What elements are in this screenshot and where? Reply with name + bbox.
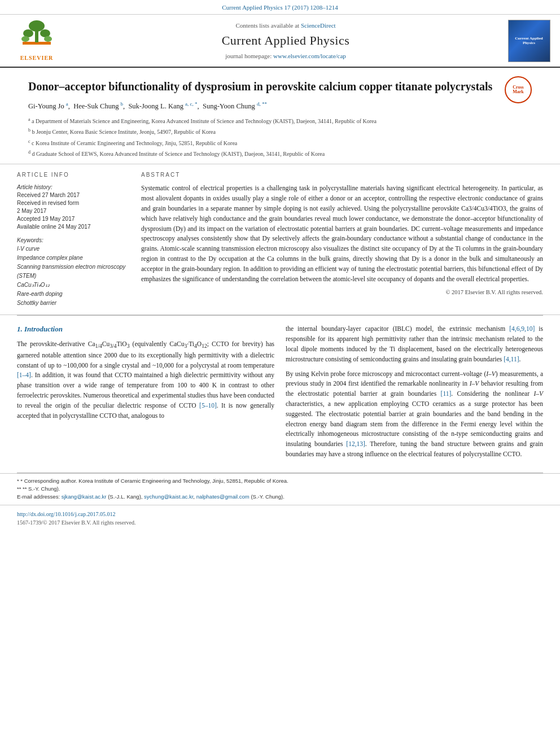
issn-line: 1567-1739/© 2017 Elsevier B.V. All right…: [17, 519, 543, 527]
affiliation-c: c c Korea Institute of Ceramic Engineeri…: [28, 138, 499, 147]
footnote-star1: * * Corresponding author. Korea Institut…: [17, 477, 543, 485]
elsevier-logo-area: ELSEVIER: [6, 19, 68, 62]
elsevier-label: ELSEVIER: [20, 54, 54, 62]
history-label: Article history:: [17, 184, 130, 191]
online-date: Available online 24 May 2017: [17, 223, 130, 231]
crossmark-icon: CrossMark: [505, 76, 532, 103]
svg-point-5: [21, 36, 29, 42]
doi-link[interactable]: http://dx.doi.org/10.1016/j.cap.2017.05.…: [17, 511, 116, 517]
keyword-3: Scanning transmission electron microscop…: [17, 263, 130, 281]
authors-line: Gi-Young Jo a, Hee-Suk Chung b, Suk-Joon…: [28, 101, 499, 112]
affiliation-b: b b Jeonju Center, Korea Basic Science I…: [28, 127, 499, 136]
keywords-label: Keywords:: [17, 237, 130, 244]
footnote-section: * * Corresponding author. Korea Institut…: [0, 473, 560, 505]
keyword-6: Schottky barrier: [17, 299, 130, 308]
email-link-3[interactable]: nalphates@gmail.com: [196, 493, 250, 500]
article-info-abstract-section: ARTICLE INFO Article history: Received 2…: [0, 164, 560, 315]
svg-point-2: [29, 20, 45, 32]
affiliation-a: a a Department of Materials Science and …: [28, 116, 499, 125]
journal-cover-image: Current Applied Physics: [508, 20, 550, 62]
footnote-emails: E-mail addresses: sjkang@kaist.ac.kr (S.…: [17, 493, 543, 501]
keyword-1: I-V curve: [17, 244, 130, 254]
article-main-title: Donor–acceptor bifunctionality of dyspro…: [28, 79, 499, 94]
intro-paragraph-2: the internal boundary-layer capacitor (I…: [286, 324, 543, 364]
journal-citation-bar: Current Applied Physics 17 (2017) 1208–1…: [0, 0, 560, 15]
journal-header: ELSEVIER Contents lists available at Sci…: [0, 15, 560, 68]
elsevier-tree-icon: [17, 19, 56, 53]
intro-paragraph-3: By using Kelvin probe force microscopy a…: [286, 369, 543, 460]
article-title-section: Donor–acceptor bifunctionality of dyspro…: [0, 68, 560, 164]
email-link-2[interactable]: sychung@kaist.ac.kr: [144, 493, 193, 500]
keyword-5: Rare-earth doping: [17, 290, 130, 299]
revised-label: Received in revised form: [17, 199, 130, 207]
journal-name: Current Applied Physics: [68, 32, 504, 50]
journal-citation: Current Applied Physics 17 (2017) 1208–1…: [222, 4, 338, 11]
svg-point-3: [23, 29, 33, 37]
article-history: Article history: Received 27 March 2017 …: [17, 184, 130, 231]
page-wrapper: Current Applied Physics 17 (2017) 1208–1…: [0, 0, 560, 530]
science-direct-link: Contents lists available at ScienceDirec…: [68, 21, 504, 30]
article-info-column: ARTICLE INFO Article history: Received 2…: [17, 171, 130, 308]
received-date: Received 27 March 2017: [17, 191, 130, 199]
intro-column-left: 1. Introduction The perovskite-derivativ…: [17, 324, 274, 464]
intro-column-right: the internal boundary-layer capacitor (I…: [286, 324, 543, 464]
email-link-1[interactable]: sjkang@kaist.ac.kr: [62, 493, 107, 500]
accepted-date: Accepted 19 May 2017: [17, 215, 130, 223]
journal-title-area: Contents lists available at ScienceDirec…: [68, 19, 504, 62]
cover-title: Current Applied Physics: [511, 36, 548, 46]
abstract-column: ABSTRACT Systematic control of electrica…: [141, 171, 543, 308]
elsevier-logo: ELSEVIER: [17, 19, 56, 62]
crossmark-badge: CrossMark: [505, 76, 532, 103]
keywords-block: Keywords: I-V curve Impedance complex pl…: [17, 237, 130, 308]
abstract-text: Systematic control of electrical propert…: [141, 184, 543, 284]
based-word: based: [436, 346, 451, 352]
article-info-heading: ARTICLE INFO: [17, 171, 130, 179]
svg-point-4: [40, 29, 50, 37]
homepage-link[interactable]: www.elsevier.com/locate/cap: [273, 53, 346, 59]
intro-section-title: 1. Introduction: [17, 325, 63, 333]
svg-point-6: [44, 36, 52, 42]
revised-date: 2 May 2017: [17, 207, 130, 215]
footnote-star2: ** ** S.-Y. Chung).: [17, 485, 543, 493]
journal-homepage: journal homepage: www.elsevier.com/locat…: [68, 52, 504, 60]
affiliation-d: d d Graduate School of EEWS, Korea Advan…: [28, 149, 499, 158]
journal-cover-area: Current Applied Physics: [504, 19, 554, 62]
main-content-section: 1. Introduction The perovskite-derivativ…: [0, 316, 560, 473]
science-direct-anchor[interactable]: ScienceDirect: [301, 22, 336, 29]
bottom-bar: http://dx.doi.org/10.1016/j.cap.2017.05.…: [0, 505, 560, 530]
abstract-heading: ABSTRACT: [141, 171, 543, 179]
keyword-4: CaCu₃Ti₄O₁₂: [17, 281, 130, 290]
intro-paragraph-1: The perovskite-derivative Ca1/4Cu3/4TiO3…: [17, 339, 274, 421]
copyright-line: © 2017 Elsevier B.V. All rights reserved…: [141, 289, 543, 297]
keyword-2: Impedance complex plane: [17, 254, 130, 263]
